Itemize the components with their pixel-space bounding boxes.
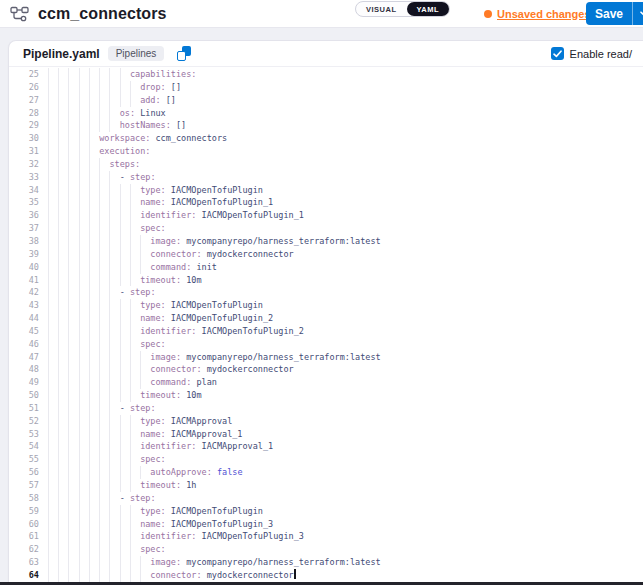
- code-text: image: mycompanyrepo/harness_terraform:l…: [48, 236, 381, 246]
- code-line[interactable]: 57 timeout: 1h: [9, 479, 643, 492]
- line-number: 35: [9, 196, 39, 209]
- line-number: 59: [9, 505, 39, 518]
- line-number: 41: [9, 274, 39, 287]
- line-number: 53: [9, 428, 39, 441]
- line-number: 29: [9, 119, 39, 132]
- code-line[interactable]: 48 connector: mydockerconnector: [9, 363, 643, 376]
- code-text: type: IACMOpenTofuPlugin: [48, 506, 263, 516]
- code-line[interactable]: 36 identifier: IACMOpenTofuPlugin_1: [9, 209, 643, 222]
- line-number: 56: [9, 466, 39, 479]
- line-number: 47: [9, 351, 39, 364]
- code-line[interactable]: 27 add: []: [9, 94, 643, 107]
- yaml-editor-card: Pipeline.yaml Pipelines Enable read/ 25 …: [8, 40, 643, 585]
- code-text: drop: []: [48, 82, 181, 92]
- code-text: image: mycompanyrepo/harness_terraform:l…: [48, 352, 381, 362]
- code-line[interactable]: 42 - step:: [9, 286, 643, 299]
- line-number: 64: [9, 569, 39, 582]
- code-text: add: []: [48, 95, 176, 105]
- code-text: name: IACMOpenTofuPlugin_3: [48, 519, 273, 529]
- code-text: capabilities:: [48, 69, 196, 79]
- line-number: 34: [9, 184, 39, 197]
- line-number: 43: [9, 299, 39, 312]
- code-line[interactable]: 26 drop: []: [9, 81, 643, 94]
- save-options-button[interactable]: [632, 2, 643, 25]
- code-line[interactable]: 63 image: mycompanyrepo/harness_terrafor…: [9, 556, 643, 569]
- code-line[interactable]: 59 type: IACMOpenTofuPlugin: [9, 505, 643, 518]
- code-line[interactable]: 64 connector: mydockerconnector: [9, 569, 643, 582]
- code-line[interactable]: 39 connector: mydockerconnector: [9, 248, 643, 261]
- yaml-code-editor[interactable]: 25 capabilities:26 drop: []27 add: []28 …: [9, 67, 643, 585]
- yaml-mode-button[interactable]: YAML: [407, 2, 450, 16]
- code-line[interactable]: 51 - step:: [9, 402, 643, 415]
- code-line[interactable]: 44 name: IACMOpenTofuPlugin_2: [9, 312, 643, 325]
- code-line[interactable]: 60 name: IACMOpenTofuPlugin_3: [9, 518, 643, 531]
- text-cursor: [294, 569, 296, 579]
- line-number: 61: [9, 530, 39, 543]
- code-text: timeout: 1h: [48, 480, 196, 490]
- code-line[interactable]: 62 spec:: [9, 543, 643, 556]
- code-line[interactable]: 52 type: IACMApproval: [9, 415, 643, 428]
- line-number: 46: [9, 338, 39, 351]
- code-text: identifier: IACMApproval_1: [48, 441, 273, 451]
- code-line[interactable]: 56 autoApprove: false: [9, 466, 643, 479]
- code-line[interactable]: 43 type: IACMOpenTofuPlugin: [9, 299, 643, 312]
- code-line[interactable]: 40 command: init: [9, 261, 643, 274]
- code-line[interactable]: 28 os: Linux: [9, 107, 643, 120]
- line-number: 51: [9, 402, 39, 415]
- line-number: 25: [9, 68, 39, 81]
- line-number: 54: [9, 440, 39, 453]
- code-line[interactable]: 58 - step:: [9, 492, 643, 505]
- line-number: 58: [9, 492, 39, 505]
- pipeline-title-group: ccm_connectors: [10, 0, 167, 28]
- code-text: - step:: [48, 172, 156, 182]
- code-line[interactable]: 32 steps:: [9, 158, 643, 171]
- code-line[interactable]: 29 hostNames: []: [9, 119, 643, 132]
- line-number: 63: [9, 556, 39, 569]
- code-line[interactable]: 41 timeout: 10m: [9, 274, 643, 287]
- code-text: spec:: [48, 223, 166, 233]
- code-line[interactable]: 53 name: IACMApproval_1: [9, 428, 643, 441]
- copy-icon[interactable]: [177, 46, 191, 61]
- line-number: 50: [9, 389, 39, 402]
- code-line[interactable]: 45 identifier: IACMOpenTofuPlugin_2: [9, 325, 643, 338]
- code-text: command: plan: [48, 377, 217, 387]
- code-text: name: IACMOpenTofuPlugin_1: [48, 197, 273, 207]
- code-text: identifier: IACMOpenTofuPlugin_1: [48, 210, 304, 220]
- line-number: 32: [9, 158, 39, 171]
- code-text: connector: mydockerconnector: [48, 364, 294, 374]
- code-line[interactable]: 33 - step:: [9, 171, 643, 184]
- line-number: 28: [9, 107, 39, 120]
- visual-mode-button[interactable]: VISUAL: [356, 2, 407, 16]
- save-split-button: Save: [586, 2, 643, 25]
- visual-yaml-toggle: VISUAL YAML: [355, 1, 450, 17]
- code-line[interactable]: 50 timeout: 10m: [9, 389, 643, 402]
- code-line[interactable]: 46 spec:: [9, 338, 643, 351]
- code-line[interactable]: 25 capabilities:: [9, 68, 643, 81]
- unsaved-changes-link[interactable]: Unsaved changes: [484, 0, 591, 27]
- code-text: os: Linux: [48, 108, 166, 118]
- code-line[interactable]: 47 image: mycompanyrepo/harness_terrafor…: [9, 351, 643, 364]
- line-number: 60: [9, 518, 39, 531]
- top-bar: ccm_connectors VISUAL YAML Unsaved chang…: [0, 0, 643, 28]
- code-line[interactable]: 54 identifier: IACMApproval_1: [9, 440, 643, 453]
- entity-type-badge: Pipelines: [108, 46, 165, 61]
- save-button[interactable]: Save: [586, 2, 632, 25]
- pipeline-icon: [10, 6, 29, 23]
- checkbox-checked-icon[interactable]: [551, 47, 564, 60]
- code-line[interactable]: 35 name: IACMOpenTofuPlugin_1: [9, 196, 643, 209]
- enable-edit-checkbox-row[interactable]: Enable read/: [551, 47, 632, 60]
- line-number: 57: [9, 479, 39, 492]
- code-line[interactable]: 30 workspace: ccm_connectors: [9, 132, 643, 145]
- line-number: 44: [9, 312, 39, 325]
- code-line[interactable]: 34 type: IACMOpenTofuPlugin: [9, 184, 643, 197]
- code-text: identifier: IACMOpenTofuPlugin_3: [48, 531, 304, 541]
- line-number: 31: [9, 145, 39, 158]
- line-number: 38: [9, 235, 39, 248]
- code-line[interactable]: 61 identifier: IACMOpenTofuPlugin_3: [9, 530, 643, 543]
- code-line[interactable]: 55 spec:: [9, 453, 643, 466]
- code-line[interactable]: 37 spec:: [9, 222, 643, 235]
- code-line[interactable]: 38 image: mycompanyrepo/harness_terrafor…: [9, 235, 643, 248]
- code-line[interactable]: 49 command: plan: [9, 376, 643, 389]
- line-number: 42: [9, 286, 39, 299]
- code-line[interactable]: 31 execution:: [9, 145, 643, 158]
